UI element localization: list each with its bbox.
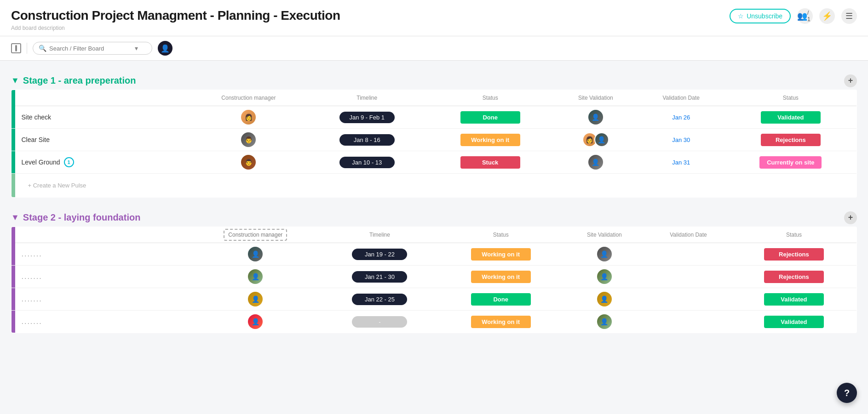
header-right: ☆ Unsubscribe 👥 / 1 ⚡ ☰ bbox=[730, 8, 857, 24]
validation-date-cell bbox=[645, 311, 731, 333]
avatar-container: 👤 bbox=[196, 247, 315, 261]
manager-cell: 👤 bbox=[190, 311, 322, 333]
status-badge[interactable]: Done bbox=[460, 111, 520, 124]
status-badge[interactable]: Working on it bbox=[460, 134, 520, 146]
final-status-badge[interactable]: Validated bbox=[764, 316, 824, 328]
timeline-cell: Jan 21 - 30 bbox=[321, 266, 438, 288]
task-label[interactable]: ....... bbox=[22, 272, 42, 280]
divider bbox=[27, 43, 27, 54]
board-description[interactable]: Add board description bbox=[11, 25, 340, 31]
site-validation-cell: 👤 bbox=[563, 266, 646, 288]
dropdown-icon[interactable]: ▾ bbox=[135, 45, 138, 52]
header-left: Construction Project Managment - Plannin… bbox=[11, 8, 340, 31]
stage2-col-final-status: Status bbox=[731, 227, 857, 243]
stage2-col-site-validation: Site Validation bbox=[563, 227, 646, 243]
task-name: Site check bbox=[22, 113, 184, 121]
site-avatar-container: 👤 bbox=[570, 292, 639, 306]
timeline-cell: Jan 10 - 13 bbox=[307, 151, 426, 174]
site-avatar: 👤 bbox=[597, 292, 612, 306]
site-avatar-container: 👤 bbox=[560, 110, 631, 125]
validation-date-cell bbox=[645, 288, 731, 311]
avatar: 👨 bbox=[241, 132, 256, 147]
task-label[interactable]: ....... bbox=[22, 318, 42, 325]
avatar: 👤 bbox=[248, 247, 263, 261]
status-badge[interactable]: Working on it bbox=[471, 248, 531, 261]
unsubscribe-label: Unsubscribe bbox=[747, 12, 782, 20]
row-indicator bbox=[11, 174, 15, 198]
search-box[interactable]: 🔍 ▾ bbox=[33, 42, 152, 55]
validation-date: Jan 30 bbox=[672, 136, 690, 143]
stage2-col-task bbox=[15, 227, 190, 243]
final-status-badge[interactable]: Currently on site bbox=[759, 156, 822, 169]
row-indicator bbox=[11, 151, 15, 174]
task-label[interactable]: ....... bbox=[22, 250, 42, 258]
stage1-add-button[interactable]: + bbox=[844, 74, 857, 87]
timeline-pill: Jan 19 - 22 bbox=[352, 249, 407, 260]
task-badge[interactable]: 1 bbox=[64, 157, 74, 167]
task-label[interactable]: Site check bbox=[22, 113, 52, 121]
search-icon: 🔍 bbox=[39, 45, 46, 52]
task-name-cell: ....... bbox=[15, 266, 190, 288]
toggle-bar bbox=[15, 45, 17, 51]
activity-icon[interactable]: ⚡ bbox=[819, 8, 835, 24]
timeline-cell: Jan 19 - 22 bbox=[321, 243, 438, 266]
status-badge[interactable]: Stuck bbox=[460, 156, 520, 169]
view-toggle[interactable] bbox=[11, 43, 21, 53]
stage2-header-row: ▼ Stage 2 - laying foundation + bbox=[11, 209, 857, 227]
menu-icon[interactable]: ☰ bbox=[841, 8, 857, 24]
final-status-cell: Validated bbox=[731, 311, 857, 333]
create-pulse-button[interactable]: + Create a New Pulse bbox=[22, 177, 851, 193]
stage2-header: ▼ Stage 2 - laying foundation bbox=[11, 209, 140, 227]
task-label[interactable]: Clear Site bbox=[22, 136, 50, 143]
stage1-chevron[interactable]: ▼ bbox=[11, 76, 19, 85]
stage2-chevron[interactable]: ▼ bbox=[11, 213, 19, 222]
status-badge[interactable]: Working on it bbox=[471, 316, 531, 328]
manager-cell: 👨 bbox=[190, 129, 308, 151]
task-name-cell: ....... bbox=[15, 243, 190, 266]
table-row: ....... 👤 - Working on it bbox=[11, 311, 857, 333]
create-pulse-cell: + Create a New Pulse bbox=[15, 174, 857, 198]
site-avatar-container: 👩 👤 bbox=[560, 132, 631, 147]
unsubscribe-button[interactable]: ☆ Unsubscribe bbox=[730, 9, 791, 23]
table-row: ....... 👤 Jan 22 - 25 Done bbox=[11, 288, 857, 311]
task-label[interactable]: Level Ground bbox=[22, 159, 60, 166]
main-content: ▼ Stage 1 - area preperation + Construct… bbox=[0, 72, 868, 344]
manager-cell: 👤 bbox=[190, 243, 322, 266]
users-icon[interactable]: 👥 / 1 bbox=[797, 8, 813, 24]
avatar: 👤 bbox=[248, 314, 263, 329]
task-name-cell: Site check bbox=[15, 106, 190, 129]
stage1-section: ▼ Stage 1 - area preperation + Construct… bbox=[11, 72, 857, 198]
final-status-badge[interactable]: Validated bbox=[764, 293, 824, 306]
final-status-badge[interactable]: Validated bbox=[761, 111, 821, 124]
avatar-filter[interactable]: 👤 bbox=[158, 41, 172, 56]
final-status-badge[interactable]: Rejections bbox=[764, 271, 824, 283]
stage1-col-site-validation: Site Validation bbox=[554, 90, 638, 106]
status-badge[interactable]: Done bbox=[471, 293, 531, 306]
status-badge[interactable]: Working on it bbox=[471, 271, 531, 283]
stage1-header: ▼ Stage 1 - area preperation bbox=[11, 72, 136, 90]
avatar: 👤 bbox=[248, 269, 263, 284]
stage2-table: Construction manager Timeline Status Sit… bbox=[11, 227, 857, 333]
validation-date: Jan 26 bbox=[672, 114, 690, 121]
row-indicator bbox=[11, 311, 15, 333]
table-row: ....... 👤 Jan 19 - 22 Working on it bbox=[11, 243, 857, 266]
construction-manager-label: Construction manager bbox=[224, 229, 287, 241]
site-avatar: 👤 bbox=[597, 314, 612, 329]
final-status-badge[interactable]: Rejections bbox=[764, 248, 824, 261]
validation-date-cell: Jan 26 bbox=[638, 106, 725, 129]
avatar-container: 👩 bbox=[196, 110, 301, 125]
avatar-container: 👤 bbox=[196, 269, 315, 284]
table-row: ....... 👤 Jan 21 - 30 Working on it bbox=[11, 266, 857, 288]
stage2-add-button[interactable]: + bbox=[844, 211, 857, 224]
avatar: 👩 bbox=[241, 110, 256, 125]
table-row: Clear Site 👨 Jan 8 - 16 Working on it bbox=[11, 129, 857, 151]
site-validation-cell: 👩 👤 bbox=[554, 129, 638, 151]
task-name-cell: Clear Site bbox=[15, 129, 190, 151]
task-name-cell: ....... bbox=[15, 311, 190, 333]
page-title: Construction Project Managment - Plannin… bbox=[11, 8, 340, 23]
avatar: 👨 bbox=[241, 155, 256, 170]
final-status-badge[interactable]: Rejections bbox=[761, 134, 821, 146]
search-input[interactable] bbox=[49, 45, 132, 52]
status-cell: Working on it bbox=[438, 243, 563, 266]
task-label[interactable]: ....... bbox=[22, 295, 42, 303]
